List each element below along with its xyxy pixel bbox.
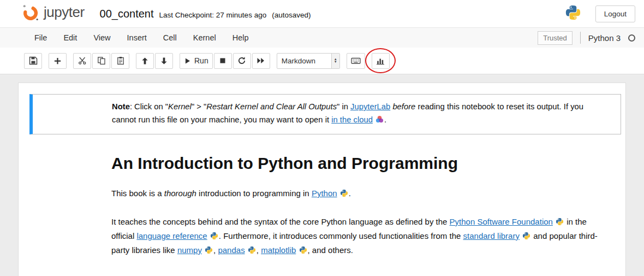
menu-kernel[interactable]: Kernel: [185, 29, 224, 46]
markdown-cell-intro[interactable]: An Introduction to Python and Programmin…: [29, 134, 621, 258]
interrupt-kernel-button[interactable]: [214, 53, 232, 69]
python-icon: [340, 188, 348, 201]
menu-cell[interactable]: Cell: [155, 29, 185, 46]
md-link[interactable]: numpy: [177, 245, 202, 255]
text-run: Note: [112, 102, 130, 111]
menu-insert[interactable]: Insert: [119, 29, 155, 46]
paste-cell-button[interactable]: [111, 53, 129, 69]
run-button-label: Run: [194, 56, 208, 65]
text-run: before: [392, 102, 415, 111]
flower-icon: [375, 115, 384, 128]
text-run: , and others.: [308, 245, 353, 255]
cell-type-select[interactable]: Markdown ▲▼: [277, 53, 340, 69]
text-run: introduction to programming in: [196, 189, 312, 198]
menu-items: File Edit View Insert Cell Kernel Help: [26, 29, 257, 46]
text-run: [202, 245, 204, 255]
note-paragraph: Note: Click on "Kernel" > "Restart Kerne…: [112, 101, 600, 128]
md-link[interactable]: pandas: [218, 245, 245, 255]
text-run: ,: [257, 245, 261, 255]
title-area: 00_content Last Checkpoint: 27 minutes a…: [100, 8, 311, 20]
python-icon: [210, 231, 218, 244]
add-cell-button[interactable]: [49, 53, 67, 69]
cut-icon: [78, 56, 87, 65]
bar-chart-icon: [376, 56, 385, 65]
menubar: File Edit View Insert Cell Kernel Help T…: [0, 27, 644, 48]
move-down-icon: [160, 57, 168, 65]
jupyter-logo-text: jupyter: [44, 4, 85, 24]
md-link[interactable]: matplotlib: [261, 245, 296, 255]
trusted-badge[interactable]: Trusted: [538, 31, 573, 45]
run-cell-button[interactable]: Run: [180, 53, 213, 69]
save-button[interactable]: [24, 53, 42, 69]
kernel-name: Python 3: [588, 33, 621, 43]
text-run: Kernel: [168, 102, 192, 111]
python-icon: [556, 216, 564, 230]
menu-view[interactable]: View: [85, 29, 118, 46]
add-cell-icon: [53, 57, 62, 65]
notebook-title[interactable]: 00_content: [100, 8, 154, 20]
md-link[interactable]: JupyterLab: [350, 102, 390, 111]
menu-file[interactable]: File: [26, 29, 55, 46]
text-run: " in: [337, 102, 350, 111]
md-link[interactable]: in the cloud: [331, 115, 373, 124]
command-palette-button[interactable]: [347, 53, 365, 69]
checkpoint-status: Last Checkpoint: 27 minutes ago: [159, 11, 267, 19]
cell-content: An Introduction to Python and Programmin…: [111, 134, 621, 258]
notebook-body: Note: Click on "Kernel" > "Restart Kerne…: [0, 74, 644, 276]
menu-edit[interactable]: Edit: [55, 29, 85, 46]
select-arrow-icon: ▲▼: [331, 54, 339, 68]
autosave-status: (autosaved): [272, 11, 311, 19]
notebook-container: Note: Click on "Kernel" > "Restart Kerne…: [18, 83, 626, 276]
page-title: An Introduction to Python and Programmin…: [111, 154, 600, 173]
cut-cell-button[interactable]: [73, 53, 91, 69]
python-icon: [205, 245, 213, 258]
jupyter-logo[interactable]: jupyter: [21, 3, 85, 25]
text-run: [207, 231, 210, 240]
toolbar: Run Markdown ▲▼: [0, 48, 644, 74]
run-icon: [184, 57, 191, 64]
kernel-idle-icon: [628, 34, 635, 42]
intro-paragraph-2: It teaches the concepts behind and the s…: [111, 215, 600, 258]
move-cell-down-button[interactable]: [155, 53, 173, 69]
text-run: It teaches the concepts behind and the s…: [111, 217, 450, 226]
cell-prompt: [29, 134, 111, 258]
jupyter-notebook-app: jupyter 00_content Last Checkpoint: 27 m…: [0, 0, 644, 276]
text-run: " > ": [192, 102, 206, 111]
chart-extension-button[interactable]: [372, 53, 390, 69]
markdown-cell-note[interactable]: Note: Click on "Kernel" > "Restart Kerne…: [29, 94, 621, 134]
fast-forward-icon: [257, 56, 265, 65]
cell-prompt: [33, 101, 112, 128]
python-icon: [248, 245, 256, 258]
restart-run-all-button[interactable]: [252, 53, 270, 69]
header-right: Logout: [565, 4, 635, 23]
md-link[interactable]: Python: [312, 189, 337, 198]
text-run: : Click on ": [130, 102, 168, 111]
text-run: [520, 231, 522, 240]
copy-icon: [97, 56, 106, 65]
save-icon: [29, 56, 38, 65]
header: jupyter 00_content Last Checkpoint: 27 m…: [0, 0, 644, 27]
move-cell-up-button[interactable]: [136, 53, 154, 69]
divider: [580, 32, 581, 44]
restart-kernel-button[interactable]: [233, 53, 251, 69]
jupyter-logo-icon: [21, 3, 40, 25]
intro-paragraph-1: This book is a thorough introduction to …: [111, 187, 600, 201]
text-run: [245, 245, 247, 255]
md-link[interactable]: language reference: [136, 231, 207, 240]
stop-icon: [219, 57, 226, 64]
text-run: . Furthermore, it introduces commonly us…: [219, 231, 463, 240]
text-run: [373, 115, 375, 124]
md-link[interactable]: standard library: [463, 231, 520, 240]
menubar-right: Trusted Python 3: [538, 31, 635, 45]
cell-type-value: Markdown: [277, 57, 331, 65]
logout-button[interactable]: Logout: [595, 5, 635, 22]
text-run: This book is a: [111, 189, 164, 198]
text-run: .: [384, 115, 386, 124]
copy-cell-button[interactable]: [92, 53, 110, 69]
text-run: Restart Kernel and Clear All Outputs: [206, 102, 337, 111]
md-link[interactable]: Python Software Foundation: [450, 217, 553, 226]
text-run: [553, 217, 555, 226]
text-run: .: [349, 189, 351, 198]
menu-help[interactable]: Help: [224, 29, 257, 46]
python-logo-icon: [565, 4, 581, 23]
